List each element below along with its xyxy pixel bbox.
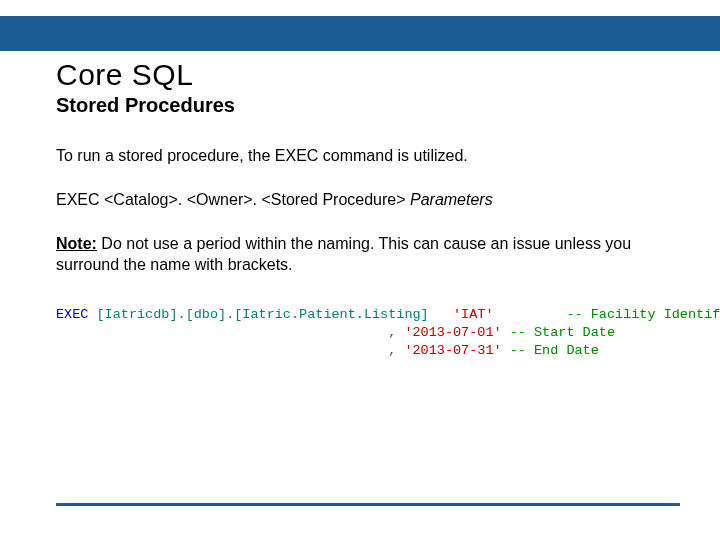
footer-bar xyxy=(56,503,680,506)
code-proc: [Iatric.Patient.Listing] xyxy=(234,307,428,322)
code-arg0-comment: -- Facility Identifier xyxy=(566,307,720,322)
slide: Core SQL Stored Procedures To run a stor… xyxy=(0,0,720,540)
code-dot-1: . xyxy=(178,307,186,322)
note-text: Do not use a period within the naming. T… xyxy=(56,235,631,274)
intro-text: To run a stored procedure, the EXEC comm… xyxy=(56,145,680,167)
code-arg0-lead xyxy=(429,307,453,322)
code-arg2-comment: -- End Date xyxy=(510,343,599,358)
code-arg1-comment: -- Start Date xyxy=(510,325,615,340)
syntax-line: EXEC <Catalog>. <Owner>. <Stored Procedu… xyxy=(56,191,680,209)
page-title: Core SQL xyxy=(56,58,680,92)
code-arg0-pad xyxy=(494,307,567,322)
code-catalog: [Iatricdb] xyxy=(97,307,178,322)
syntax-params: Parameters xyxy=(410,191,493,208)
code-keyword: EXEC xyxy=(56,307,88,322)
code-arg0-value: 'IAT' xyxy=(453,307,494,322)
code-arg1-pad xyxy=(502,325,510,340)
page-subtitle: Stored Procedures xyxy=(56,94,680,117)
code-owner: [dbo] xyxy=(186,307,227,322)
content-area: Core SQL Stored Procedures To run a stor… xyxy=(56,58,680,360)
code-arg2-pad xyxy=(502,343,510,358)
code-arg2-lead: , xyxy=(380,343,404,358)
header-bar xyxy=(0,16,720,51)
code-block: EXEC [Iatricdb].[dbo].[Iatric.Patient.Li… xyxy=(56,306,680,361)
code-arg2-value: '2013-07-31' xyxy=(404,343,501,358)
note-line: Note: Do not use a period within the nam… xyxy=(56,233,680,276)
syntax-prefix: EXEC <Catalog>. <Owner>. <Stored Procedu… xyxy=(56,191,410,208)
note-label: Note: xyxy=(56,235,97,252)
code-arg1-value: '2013-07-01' xyxy=(404,325,501,340)
code-arg1-lead: , xyxy=(380,325,404,340)
